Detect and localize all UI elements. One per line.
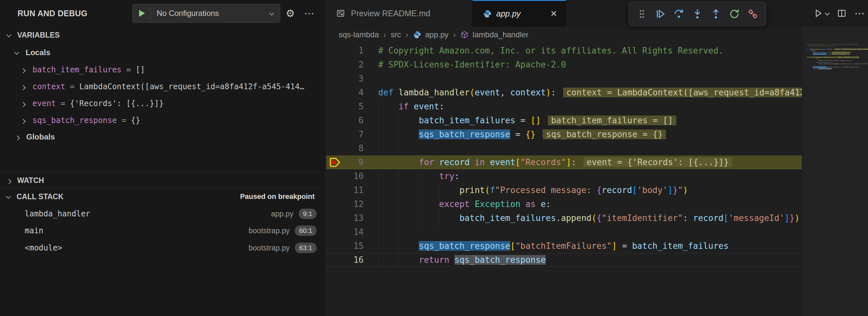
code-line[interactable]: 2# SPDX-License-Identifier: Apache-2.0 [326, 58, 802, 72]
code-token [378, 241, 419, 251]
editor-actions: ⋯ [813, 0, 865, 27]
variable-row[interactable]: event = {'Records': [{...}]} [0, 96, 326, 111]
frame-file: bootstrap.py [249, 226, 290, 235]
chevron-down-icon [6, 32, 12, 37]
code-token: "Processed message: [495, 185, 596, 195]
code-token [434, 157, 439, 167]
code-line[interactable]: 15 sqs_batch_response["batchItemFailures… [326, 239, 802, 253]
code-token: ) [546, 88, 551, 97]
line-number[interactable]: 8 [326, 141, 364, 155]
line-number[interactable]: 3 [326, 72, 364, 86]
equals-sign: = [122, 65, 135, 74]
gear-icon[interactable]: ⚙ [283, 0, 298, 27]
code-token: ( [591, 213, 596, 223]
locals-label: Locals [26, 48, 50, 57]
start-debug-icon[interactable] [133, 4, 151, 22]
code-line[interactable]: 6 batch_item_failures = []batch_item_fai… [326, 114, 802, 127]
call-stack-frame[interactable]: mainbootstrap.py60:1 [0, 223, 326, 238]
breadcrumb-folder[interactable]: sqs-lambda [339, 30, 379, 39]
minimap[interactable]: # Copyright Amazon.com, Inc. or its affi… [802, 27, 868, 316]
code-line[interactable]: 10 try: [326, 169, 802, 183]
breadcrumb-separator: › [453, 30, 456, 39]
restart-icon[interactable] [726, 4, 742, 24]
line-number[interactable]: 7 [326, 127, 364, 141]
call-stack-section-header[interactable]: CALL STACK Paused on breakpoint [0, 189, 326, 204]
continue-icon[interactable] [653, 4, 668, 24]
drag-grip-icon[interactable] [634, 4, 650, 24]
code-line[interactable]: 8 [326, 141, 802, 155]
code-token [485, 157, 490, 167]
code-line[interactable]: 1# Copyright Amazon.com, Inc. or its aff… [326, 44, 802, 58]
code-token: : [546, 199, 551, 209]
inline-debug-value: event = {'Records': [{...}]} [584, 157, 732, 167]
call-stack-frame[interactable]: <module>bootstrap.py63:1 [0, 241, 326, 255]
line-number[interactable]: 16 [326, 253, 364, 267]
code-line[interactable]: 13 batch_item_failures.append({"itemIden… [326, 211, 802, 225]
configurations-dropdown[interactable]: No Configurations [132, 4, 280, 23]
paused-status: Paused on breakpoint [240, 192, 315, 201]
code-token: : [683, 213, 693, 223]
code-token: [] [531, 116, 541, 125]
code-token: for [419, 157, 434, 167]
disconnect-icon[interactable] [745, 4, 761, 24]
frame-location-badge: 63:1 [295, 243, 317, 253]
code-line[interactable]: 16 return sqs_batch_response [326, 253, 802, 267]
chevron-right-icon [21, 119, 26, 124]
code-token: append [561, 213, 592, 223]
step-out-icon[interactable] [708, 4, 724, 24]
line-number[interactable]: 10 [326, 169, 364, 183]
line-number[interactable]: 14 [326, 225, 364, 239]
breadcrumb-file[interactable]: app.py [425, 30, 448, 39]
split-editor-icon[interactable] [837, 8, 846, 18]
code-token: if [399, 101, 409, 111]
line-number[interactable]: 9 [326, 155, 364, 169]
code-token: "Records" [520, 157, 566, 167]
code-line[interactable]: 3 [326, 72, 802, 86]
code-line[interactable]: 5 if event: [326, 100, 802, 114]
code-text: sqs_batch_response["batchItemFailures"] … [378, 239, 728, 253]
code-token [378, 199, 439, 209]
code-line[interactable]: 9 for record in event["Records"]:event =… [326, 155, 802, 169]
more-actions-icon[interactable]: ⋯ [302, 0, 317, 27]
more-actions-icon[interactable]: ⋯ [855, 0, 865, 27]
locals-tree-item[interactable]: Locals [0, 45, 326, 60]
line-number[interactable]: 12 [326, 197, 364, 211]
step-over-icon[interactable] [671, 4, 687, 24]
code-line[interactable]: 7 sqs_batch_response = {}sqs_batch_respo… [326, 127, 802, 141]
variables-section-header[interactable]: VARIABLES [0, 29, 326, 41]
line-number[interactable]: 6 [326, 114, 364, 127]
sidebar-title: RUN AND DEBUG [18, 9, 87, 18]
code-editor[interactable]: 1# Copyright Amazon.com, Inc. or its aff… [326, 43, 802, 316]
line-number[interactable]: 2 [326, 58, 364, 72]
watch-section-header[interactable]: WATCH [0, 173, 326, 188]
tab-preview-readme[interactable]: Preview README.md [326, 0, 472, 27]
step-into-icon[interactable] [690, 4, 705, 24]
globals-tree-item[interactable]: Globals [0, 130, 326, 144]
call-stack-frame[interactable]: lambda_handlerapp.py9:1 [0, 206, 326, 221]
chevron-down-icon[interactable] [825, 10, 830, 15]
code-token: record [693, 213, 724, 223]
close-icon[interactable]: ✕ [550, 9, 557, 19]
code-line[interactable]: 14 [326, 225, 802, 239]
line-number[interactable]: 15 [326, 239, 364, 253]
tab-app-py[interactable]: app.py ✕ [473, 0, 566, 27]
code-token: ] [566, 157, 571, 167]
code-token: record [439, 157, 470, 167]
variable-row[interactable]: context = LambdaContext([aws_request_id=… [0, 79, 326, 94]
code-line[interactable]: 11 print(f"Processed message: {record['b… [326, 183, 802, 197]
line-number[interactable]: 11 [326, 183, 364, 197]
line-number[interactable]: 13 [326, 211, 364, 225]
variable-row[interactable]: batch_item_failures = [] [0, 62, 326, 77]
code-token: lambda_handler [399, 88, 470, 97]
line-number[interactable]: 4 [326, 86, 364, 100]
run-python-button[interactable] [813, 8, 829, 19]
code-line[interactable]: 12 except Exception as e: [326, 197, 802, 211]
line-number[interactable]: 1 [326, 44, 364, 58]
breadcrumb-symbol[interactable]: lambda_handler [473, 30, 528, 39]
breadcrumb-folder[interactable]: src [391, 30, 401, 39]
code-token: 'messageId' [859, 63, 868, 65]
line-number[interactable]: 5 [326, 100, 364, 114]
code-line[interactable]: 4def lambda_handler(event, context):cont… [326, 86, 802, 100]
code-text: if event: [378, 100, 444, 114]
variable-row[interactable]: sqs_batch_response = {} [0, 113, 326, 128]
